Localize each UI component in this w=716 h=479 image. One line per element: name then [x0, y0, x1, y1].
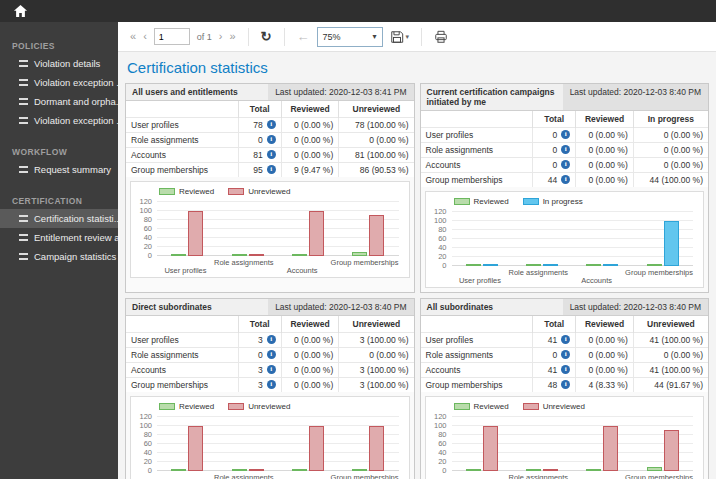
info-icon[interactable] [561, 160, 570, 169]
info-icon[interactable] [561, 350, 570, 359]
panel-header: All users and entitlements Last updated:… [126, 84, 414, 101]
info-icon[interactable] [267, 380, 276, 389]
y-tick-label: 40 [438, 244, 446, 252]
row-label: Group memberships [421, 173, 533, 188]
save-export-button[interactable]: ▾ [390, 30, 410, 44]
legend-label: Reviewed [179, 187, 214, 196]
bar-unreviewed [543, 469, 558, 471]
info-icon[interactable] [267, 350, 276, 359]
bar-chart: 020406080100120User profilesRole assignm… [428, 212, 702, 285]
bar-reviewed [171, 469, 186, 471]
legend-label: Unreviewed [248, 402, 290, 411]
report-icon [19, 253, 28, 260]
reviewed-value: 0 (0.00 %) [576, 333, 634, 348]
reviewed-value: 4 (8.33 %) [576, 378, 634, 393]
row-label: Role assignments [421, 348, 533, 363]
info-icon[interactable] [267, 365, 276, 374]
last-page-button[interactable]: » [229, 31, 235, 42]
info-icon[interactable] [561, 380, 570, 389]
unreviewed-value: 3 (100.00 %) [339, 333, 414, 348]
refresh-button[interactable]: ↻ [261, 30, 272, 43]
info-icon[interactable] [267, 135, 276, 144]
chart-container: Reviewed Unreviewed 020406080100120User … [425, 396, 705, 479]
bar-unreviewed [664, 430, 679, 471]
table-row: Group memberships 3 0 (0.00 %) 3 (100.00… [126, 378, 414, 393]
row-label: Accounts [421, 158, 533, 173]
zoom-select[interactable]: 75% ▾ [317, 27, 383, 47]
total-value: 3 [258, 335, 263, 345]
y-tick-label: 60 [144, 440, 152, 448]
info-icon[interactable] [561, 175, 570, 184]
column-header-empty [126, 316, 238, 333]
info-icon[interactable] [561, 130, 570, 139]
reviewed-value: 0 (0.00 %) [576, 348, 634, 363]
sidebar-item-request-summary[interactable]: Request summary [0, 160, 118, 179]
unreviewed-value: 78 (100.00 %) [339, 118, 414, 133]
column-header-total: Total [533, 111, 576, 128]
total-value: 3 [258, 365, 263, 375]
bar-reviewed [232, 469, 247, 471]
table-row: Role assignments 0 0 (0.00 %) 0 (0.00 %) [126, 348, 414, 363]
toolbar-separator [248, 28, 249, 46]
y-tick-label: 60 [438, 440, 446, 448]
bar-unreviewed [483, 426, 498, 471]
sidebar-item-violation-exception-1[interactable]: Violation exception ... [0, 73, 118, 92]
info-icon[interactable] [561, 335, 570, 344]
sidebar-item-campaign-statistics[interactable]: Campaign statistics [0, 247, 118, 266]
bar-in-progress [664, 221, 679, 266]
page-number-input[interactable] [154, 28, 190, 45]
previous-page-button[interactable]: ‹ [143, 31, 147, 42]
y-tick-label: 20 [438, 458, 446, 466]
back-button[interactable]: ← [297, 30, 310, 43]
reviewed-value: 0 (0.00 %) [281, 363, 339, 378]
print-button[interactable] [434, 30, 448, 44]
home-button[interactable] [11, 3, 29, 19]
sidebar-item-violation-exception-2[interactable]: Violation exception ... [0, 111, 118, 130]
report-icon [19, 98, 28, 105]
first-page-button[interactable]: « [130, 31, 136, 42]
legend-swatch-unreviewed [228, 403, 244, 410]
info-icon[interactable] [561, 365, 570, 374]
print-icon [434, 30, 448, 44]
sidebar: POLICIES Violation details Violation exc… [0, 22, 118, 479]
reviewed-value: 0 (0.00 %) [576, 143, 634, 158]
info-icon[interactable] [561, 145, 570, 154]
column-header-unreviewed: Unreviewed [633, 316, 708, 333]
table-row: User profiles 78 0 (0.00 %) 78 (100.00 %… [126, 118, 414, 133]
sidebar-item-dormant-and-orphaned[interactable]: Dormant and orpha... [0, 92, 118, 111]
y-tick-label: 120 [434, 208, 447, 216]
bar-in-progress [603, 264, 618, 266]
info-icon[interactable] [267, 335, 276, 344]
sidebar-item-label: Campaign statistics [34, 251, 116, 262]
sidebar-item-entitlement-review[interactable]: Entitlement review a... [0, 228, 118, 247]
reviewed-value: 0 (0.00 %) [281, 133, 339, 148]
unreviewed-value: 0 (0.00 %) [339, 133, 414, 148]
sidebar-item-violation-details[interactable]: Violation details [0, 54, 118, 73]
bar-in-progress [543, 264, 558, 266]
total-value: 41 [548, 365, 557, 375]
reviewed-value: 0 (0.00 %) [576, 173, 634, 188]
main-area: « ‹ of 1 › » ↻ ← 75% ▾ ▾ [118, 22, 716, 479]
last-updated-label: Last updated: 2020-12-03 8:41 PM [268, 84, 413, 100]
total-value: 78 [253, 120, 262, 130]
bar-group [512, 212, 572, 266]
sidebar-item-label: Entitlement review a... [34, 232, 118, 243]
reviewed-value: 0 (0.00 %) [281, 333, 339, 348]
info-icon[interactable] [267, 120, 276, 129]
legend-label: Unreviewed [248, 187, 290, 196]
in-progress-value: 0 (0.00 %) [633, 143, 708, 158]
info-icon[interactable] [267, 150, 276, 159]
next-page-button[interactable]: › [219, 31, 223, 42]
row-label: Accounts [126, 363, 238, 378]
sidebar-item-certification-statistics[interactable]: Certification statisti... [0, 209, 118, 228]
bar-unreviewed [369, 215, 384, 256]
in-progress-value: 0 (0.00 %) [633, 128, 708, 143]
in-progress-value: 0 (0.00 %) [633, 158, 708, 173]
bar-unreviewed [188, 426, 203, 471]
reviewed-value: 0 (0.00 %) [281, 148, 339, 163]
unreviewed-value: 0 (0.00 %) [633, 348, 708, 363]
sidebar-section-title: CERTIFICATION [0, 193, 118, 209]
table-row: Accounts 41 0 (0.00 %) 41 (100.00 %) [421, 363, 709, 378]
total-value: 0 [258, 350, 263, 360]
info-icon[interactable] [267, 165, 276, 174]
